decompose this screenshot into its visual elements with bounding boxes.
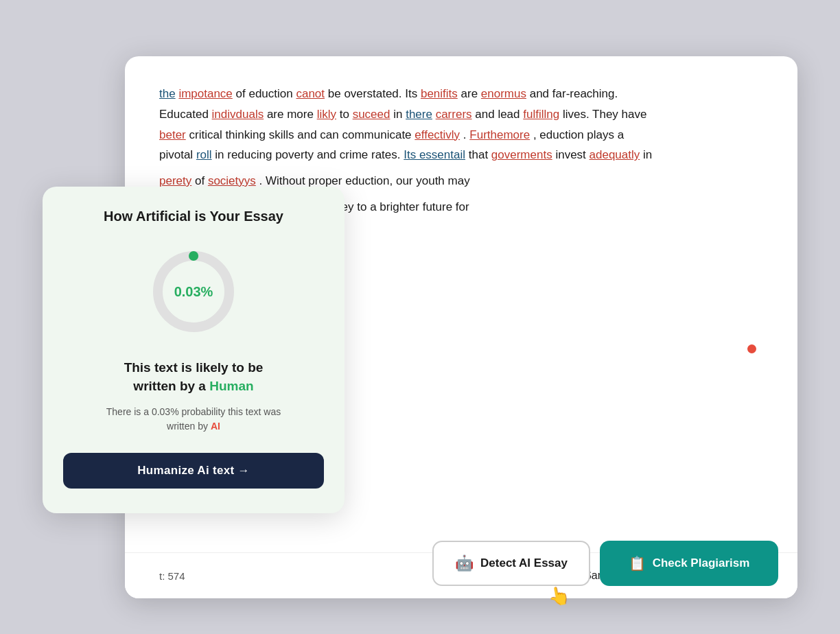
word-enormus: enormus [481, 87, 526, 100]
human-label: Human [209, 379, 253, 393]
robot-icon: 🤖 [455, 554, 474, 572]
word-adequatly: adequatly [590, 148, 640, 161]
word-carrers: carrers [436, 108, 472, 121]
likely-text: This text is likely to be written by a H… [63, 359, 324, 395]
word-count: t: 574 [159, 570, 185, 582]
ai-card-title: How Artificial is Your Essay [63, 209, 324, 224]
ai-label: AI [211, 421, 220, 432]
check-plagiarism-button[interactable]: 📋 Check Plagiarism [600, 541, 778, 586]
word-canot: canot [296, 87, 325, 100]
word-fulfillng: fulfillng [523, 108, 559, 121]
detect-ai-label: Detect AI Essay [480, 556, 568, 570]
word-suceed: suceed [353, 108, 390, 121]
donut-chart: 0.03% [145, 244, 242, 340]
word-impotance: impotance [178, 87, 232, 100]
word-societyys: societyys [208, 174, 256, 187]
word-there: there [406, 108, 432, 121]
detect-btn-wrap: 🤖 Detect AI Essay 👆 [432, 541, 590, 586]
word-perety: perety [159, 174, 191, 187]
red-dot [747, 344, 756, 353]
scene: the impotance of eduction canot be overs… [43, 36, 797, 598]
donut-chart-container: 0.03% [63, 244, 324, 340]
action-row: 🤖 Detect AI Essay 👆 📋 Check Plagiarism [432, 541, 778, 586]
donut-percentage: 0.03% [174, 284, 213, 299]
check-plagiarism-label: Check Plagiarism [653, 556, 750, 570]
humanize-button[interactable]: Humanize Ai text → [63, 453, 324, 489]
word-benifits: benifits [421, 87, 458, 100]
word-the: the [159, 87, 176, 100]
word-roll: roll [196, 148, 212, 161]
word-effectivly: effectivly [415, 128, 460, 141]
word-likly: likly [317, 108, 336, 121]
hand-cursor-icon: 👆 [546, 583, 572, 608]
document-icon: 📋 [629, 555, 646, 572]
word-furthemore: Furthemore [469, 128, 530, 141]
detect-ai-button[interactable]: 🤖 Detect AI Essay [432, 541, 590, 586]
probability-text: There is a 0.03% probability this text w… [63, 405, 324, 434]
ai-result-card: How Artificial is Your Essay 0.03% This … [43, 187, 345, 513]
word-beter: beter [159, 128, 186, 141]
phrase-its-essentail: Its essentail [404, 148, 465, 161]
word-indivduals: indivduals [212, 108, 264, 121]
humanize-btn-label: Humanize Ai text → [137, 464, 249, 477]
word-goverments: goverments [491, 148, 552, 161]
